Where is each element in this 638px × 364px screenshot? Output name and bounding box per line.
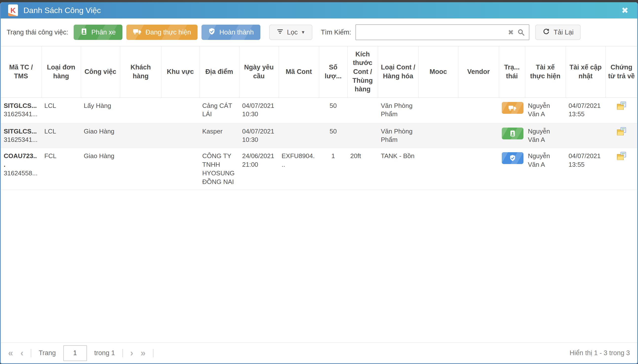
hoan-thanh-button[interactable]: Hoàn thành xyxy=(202,25,260,40)
cell-driver: Nguyễn Văn A xyxy=(525,98,566,123)
column-header-15[interactable]: Tài xế thực hiện xyxy=(525,46,566,98)
filter-button[interactable]: Lọc ▼ xyxy=(269,25,312,40)
pager-divider xyxy=(122,349,123,357)
column-header-7[interactable]: Ngày yêu cầu xyxy=(239,46,278,98)
cell-job: Giao Hàng xyxy=(81,148,120,190)
cell-cont-size xyxy=(347,98,378,123)
pagination-bar: « ‹ Trang trong 1 › » Hiển thị 1 - 3 tro… xyxy=(1,342,637,363)
cell-customer xyxy=(120,148,161,190)
app-logo-icon: K xyxy=(8,4,18,16)
id-badge-icon xyxy=(509,130,516,137)
cell-status xyxy=(499,148,525,190)
document-folder-icon[interactable] xyxy=(616,152,626,160)
column-header-16[interactable]: Tài xế cập nhật xyxy=(566,46,606,98)
cell-customer xyxy=(120,98,161,123)
cell-location: Cảng CÁT LÁI xyxy=(199,98,239,123)
tms-code: 31624558... xyxy=(4,169,38,178)
reload-button[interactable]: Tải Lại xyxy=(535,25,580,40)
column-header-10[interactable]: Kích thước Cont / Thùng hàng xyxy=(347,46,378,98)
cell-document xyxy=(606,148,637,190)
cell-order-type: FCL xyxy=(42,148,81,190)
truck-icon xyxy=(508,104,517,111)
column-header-4[interactable]: Khách hàng xyxy=(120,46,161,98)
cell-request-date: 04/07/2021 10:30 xyxy=(239,98,278,123)
table-row[interactable]: SITGLCS...31625341...LCLLấy HàngCảng CÁT… xyxy=(1,98,637,123)
dang-thuc-hien-button[interactable]: Đang thực hiện xyxy=(126,25,198,40)
status-badge-hoan-thanh[interactable] xyxy=(502,152,524,164)
column-header-11[interactable]: Loại Cont / Hàng hóa xyxy=(378,46,418,98)
cell-area xyxy=(161,98,199,123)
cell-document xyxy=(606,98,637,123)
tms-code: 31625341... xyxy=(4,136,38,144)
table-row[interactable]: COAU723...31624558...FCLGiao HàngCÔNG TY… xyxy=(1,148,637,190)
column-header-8[interactable]: Mã Cont xyxy=(278,46,319,98)
cell-driver-updated: 04/07/2021 13:55 xyxy=(566,98,606,123)
cell-vendor xyxy=(458,123,499,148)
column-header-14[interactable]: Trạ... thái xyxy=(499,46,525,98)
column-header-12[interactable]: Mooc xyxy=(418,46,458,98)
column-header-17[interactable]: Chứng từ trả về xyxy=(606,46,637,98)
cell-job: Giao Hàng xyxy=(81,123,120,148)
column-header-2[interactable]: Loại đơn hàng xyxy=(42,46,81,98)
cell-area xyxy=(161,123,199,148)
cell-request-date: 24/06/2021 21:00 xyxy=(239,148,278,190)
phan-xe-button[interactable]: Phân xe xyxy=(74,25,122,40)
job-list-window: K Danh Sách Công Việc ✖ Trạng thái công … xyxy=(0,2,638,364)
cell-job: Lấy Hàng xyxy=(81,98,120,123)
page-number-input[interactable] xyxy=(63,345,87,361)
window-titlebar: K Danh Sách Công Việc ✖ xyxy=(1,2,637,18)
column-header-6[interactable]: Địa điểm xyxy=(199,46,239,98)
status-badge-dang-thuc-hien[interactable] xyxy=(502,102,524,114)
column-header-5[interactable]: Khu vực xyxy=(161,46,199,98)
cell-request-date: 04/07/2021 10:30 xyxy=(239,123,278,148)
cell-driver-updated: 04/07/2021 13:55 xyxy=(566,148,606,190)
cell-quantity: 50 xyxy=(319,98,347,123)
job-table-container: Mã TC / TMSLoại đơn hàngCông việcKhách h… xyxy=(1,46,637,342)
next-page-icon[interactable]: › xyxy=(130,349,133,358)
cell-cont-type: Văn Phòng Phẩm xyxy=(378,98,418,123)
cell-status xyxy=(499,123,525,148)
cell-cont-type: TANK - Bồn xyxy=(378,148,418,190)
close-icon[interactable]: ✖ xyxy=(622,6,629,15)
cell-cont-type: Văn Phòng Phẩm xyxy=(378,123,418,148)
column-header-13[interactable]: Vendor xyxy=(458,46,499,98)
status-badge-phan-xe[interactable] xyxy=(502,128,524,140)
cell-order-type: LCL xyxy=(42,98,81,123)
search-icon[interactable] xyxy=(517,28,525,36)
cell-area xyxy=(161,148,199,190)
pager-divider xyxy=(153,349,154,357)
pager-divider xyxy=(31,349,31,357)
cell-order-type: LCL xyxy=(42,123,81,148)
column-header-1[interactable]: Mã TC / TMS xyxy=(1,46,42,98)
cell-location: Kasper xyxy=(199,123,239,148)
cell-cont-size: 20ft xyxy=(347,148,378,190)
search-label: Tìm Kiếm: xyxy=(321,28,351,36)
cell-location: CÔNG TY TNHH HYOSUNG ĐỒNG NAI xyxy=(199,148,239,190)
tms-code: 31625341... xyxy=(4,110,38,118)
cell-cont-code xyxy=(278,98,319,123)
document-folder-icon[interactable] xyxy=(616,102,626,110)
desktop-background: K Danh Sách Công Việc ✖ Trạng thái công … xyxy=(0,0,638,364)
cell-quantity: 1 xyxy=(319,148,347,190)
cell-vendor xyxy=(458,148,499,190)
column-header-3[interactable]: Công việc xyxy=(81,46,120,98)
cell-driver: Nguyễn Văn A xyxy=(525,148,566,190)
cell-driver: Nguyễn Văn A xyxy=(525,123,566,148)
document-folder-icon[interactable] xyxy=(616,127,626,136)
clear-search-icon[interactable]: ✖ xyxy=(504,28,517,36)
cell-customer xyxy=(120,123,161,148)
id-badge-icon xyxy=(80,28,88,37)
prev-page-icon[interactable]: ‹ xyxy=(20,349,24,358)
cell-driver-updated xyxy=(566,123,606,148)
filter-icon xyxy=(276,28,284,36)
cell-mooc xyxy=(418,148,458,190)
table-row[interactable]: SITGLCS...31625341...LCLGiao HàngKasper0… xyxy=(1,123,637,148)
column-header-9[interactable]: Số lượ... xyxy=(319,46,347,98)
first-page-icon[interactable]: « xyxy=(8,349,13,358)
last-page-icon[interactable]: » xyxy=(141,349,146,358)
reload-label: Tải Lại xyxy=(554,28,574,36)
cell-code-tms: SITGLCS...31625341... xyxy=(1,98,42,123)
page-count-label: trong 1 xyxy=(94,349,115,357)
shield-check-icon xyxy=(208,28,216,37)
search-input[interactable] xyxy=(360,28,504,36)
